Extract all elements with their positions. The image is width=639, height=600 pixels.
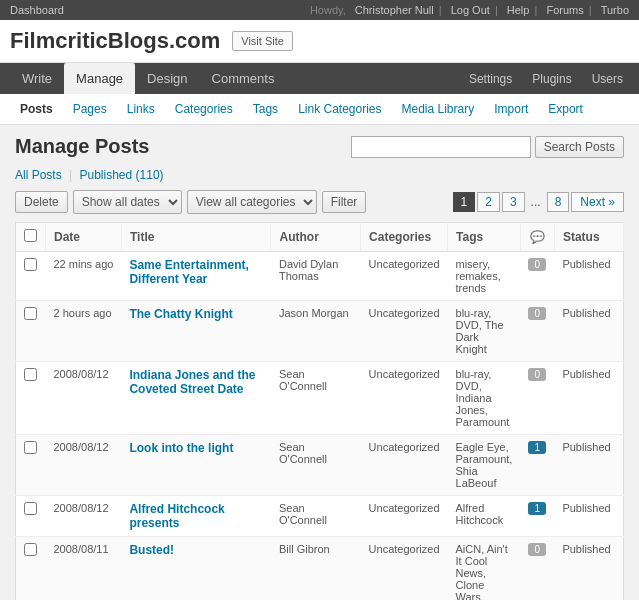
th-date[interactable]: Date (46, 223, 122, 252)
nav-write[interactable]: Write (10, 63, 64, 94)
nav-users[interactable]: Users (586, 64, 629, 94)
pagination: 1 2 3 ... 8 Next » (453, 192, 624, 212)
subnav-import[interactable]: Import (484, 94, 538, 124)
subnav-pages[interactable]: Pages (63, 94, 117, 124)
username-link[interactable]: Christopher Null (355, 4, 434, 16)
row-categories: Uncategorized (361, 301, 448, 362)
nav-manage[interactable]: Manage (64, 63, 135, 94)
row-checkbox[interactable] (24, 502, 37, 515)
filter-button[interactable]: Filter (322, 191, 367, 213)
row-checkbox-cell (16, 362, 46, 435)
row-checkbox[interactable] (24, 307, 37, 320)
row-checkbox-cell (16, 537, 46, 601)
post-title-link[interactable]: Busted! (129, 543, 174, 557)
subnav-categories[interactable]: Categories (165, 94, 243, 124)
search-box-wrap: Search Posts (351, 136, 624, 158)
row-author: Bill Gibron (271, 537, 361, 601)
row-comments: 0 (520, 537, 554, 601)
main-nav-right: Settings Plugins Users (463, 64, 629, 94)
turbo-link[interactable]: Turbo (601, 4, 629, 16)
row-date: 2008/08/11 (46, 537, 122, 601)
post-title-link[interactable]: The Chatty Knight (129, 307, 232, 321)
row-title: The Chatty Knight (121, 301, 271, 362)
published-posts-link[interactable]: Published (110) (80, 168, 164, 182)
row-checkbox[interactable] (24, 543, 37, 556)
subnav-links[interactable]: Links (117, 94, 165, 124)
row-checkbox-cell (16, 435, 46, 496)
page-1-link[interactable]: 1 (453, 192, 476, 212)
subnav-tags[interactable]: Tags (243, 94, 288, 124)
row-title: Look into the light (121, 435, 271, 496)
row-title: Same Entertainment, Different Year (121, 252, 271, 301)
post-counts: All Posts | Published (110) (15, 168, 624, 182)
forums-link[interactable]: Forums (546, 4, 583, 16)
subnav-posts[interactable]: Posts (10, 94, 63, 124)
help-link[interactable]: Help (507, 4, 530, 16)
row-author: Jason Morgan (271, 301, 361, 362)
select-all-checkbox[interactable] (24, 229, 37, 242)
row-checkbox[interactable] (24, 368, 37, 381)
main-nav: Write Manage Design Comments Settings Pl… (0, 63, 639, 94)
comment-count-badge: 0 (528, 258, 546, 271)
row-date: 2008/08/12 (46, 362, 122, 435)
page-next-link[interactable]: Next » (571, 192, 624, 212)
nav-plugins[interactable]: Plugins (526, 64, 577, 94)
page-3-link[interactable]: 3 (502, 192, 525, 212)
site-header: FilmcriticBlogs.com Visit Site (0, 20, 639, 63)
row-comments: 0 (520, 252, 554, 301)
row-checkbox[interactable] (24, 258, 37, 271)
page-ellipsis: ... (527, 193, 545, 211)
page-content: Manage Posts Search Posts All Posts | Pu… (0, 125, 639, 600)
row-status: Published (554, 537, 623, 601)
row-author: David Dylan Thomas (271, 252, 361, 301)
th-checkbox (16, 223, 46, 252)
th-title[interactable]: Title (121, 223, 271, 252)
page-title: Manage Posts (15, 135, 149, 158)
howdy-text: Howdy, (310, 4, 346, 16)
comment-count-badge: 1 (528, 441, 546, 454)
nav-settings[interactable]: Settings (463, 64, 518, 94)
subnav-export[interactable]: Export (538, 94, 593, 124)
post-title-link[interactable]: Indiana Jones and the Coveted Street Dat… (129, 368, 255, 396)
logout-link[interactable]: Log Out (451, 4, 490, 16)
row-title: Indiana Jones and the Coveted Street Dat… (121, 362, 271, 435)
nav-comments[interactable]: Comments (200, 63, 287, 94)
row-categories: Uncategorized (361, 496, 448, 537)
row-categories: Uncategorized (361, 537, 448, 601)
page-8-link[interactable]: 8 (547, 192, 570, 212)
visit-site-button[interactable]: Visit Site (232, 31, 293, 51)
post-title-link[interactable]: Alfred Hitchcock presents (129, 502, 224, 530)
row-status: Published (554, 496, 623, 537)
row-status: Published (554, 435, 623, 496)
comment-count-badge: 0 (528, 307, 546, 320)
row-checkbox-cell (16, 252, 46, 301)
row-checkbox[interactable] (24, 441, 37, 454)
th-categories[interactable]: Categories (361, 223, 448, 252)
site-title: FilmcriticBlogs.com (10, 28, 220, 54)
row-author: Sean O'Connell (271, 435, 361, 496)
search-input[interactable] (351, 136, 531, 158)
row-categories: Uncategorized (361, 362, 448, 435)
row-checkbox-cell (16, 301, 46, 362)
subnav-media-library[interactable]: Media Library (392, 94, 485, 124)
nav-design[interactable]: Design (135, 63, 199, 94)
date-filter-select[interactable]: Show all dates (73, 190, 182, 214)
sub-nav: Posts Pages Links Categories Tags Link C… (0, 94, 639, 125)
row-tags: misery, remakes, trends (448, 252, 521, 301)
delete-button[interactable]: Delete (15, 191, 68, 213)
search-posts-button[interactable]: Search Posts (535, 136, 624, 158)
category-filter-select[interactable]: View all categories (187, 190, 317, 214)
post-title-link[interactable]: Same Entertainment, Different Year (129, 258, 248, 286)
row-tags: blu-ray, DVD, Indiana Jones, Paramount (448, 362, 521, 435)
th-tags[interactable]: Tags (448, 223, 521, 252)
table-row: 2008/08/11 Busted! Bill Gibron Uncategor… (16, 537, 624, 601)
row-comments: 0 (520, 362, 554, 435)
subnav-link-categories[interactable]: Link Categories (288, 94, 391, 124)
dashboard-link[interactable]: Dashboard (10, 4, 64, 16)
th-author[interactable]: Author (271, 223, 361, 252)
all-posts-link[interactable]: All Posts (15, 168, 62, 182)
page-2-link[interactable]: 2 (477, 192, 500, 212)
row-categories: Uncategorized (361, 435, 448, 496)
post-title-link[interactable]: Look into the light (129, 441, 233, 455)
th-status[interactable]: Status (554, 223, 623, 252)
